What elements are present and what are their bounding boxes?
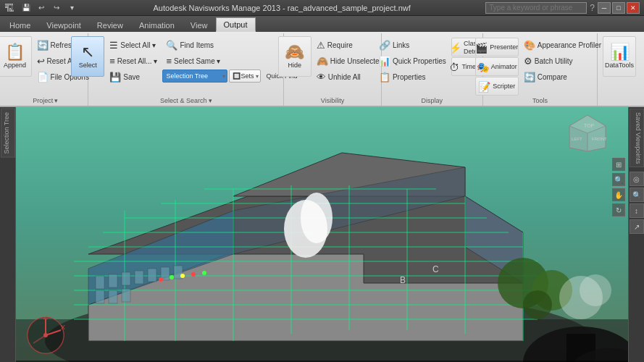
animator-btn[interactable]: 🎭 Animator xyxy=(475,57,519,76)
fly-btn[interactable]: ↗ xyxy=(630,219,644,234)
tools-col-btns: 🎬 Presenter 🎭 Animator 📝 Scripter xyxy=(475,36,519,96)
ribbon-tabs: Home Viewpoint Review Animation View Out… xyxy=(0,16,644,32)
svg-point-47 xyxy=(202,271,206,275)
svg-text:FRONT: FRONT xyxy=(592,137,607,141)
scripter-icon: 📝 xyxy=(478,82,490,92)
svg-rect-36 xyxy=(135,271,143,284)
window-controls: ─ □ ✕ xyxy=(598,2,640,14)
hide-unsel-icon: 🙈 xyxy=(317,56,328,67)
selection-tree-dropdown[interactable]: Selection Tree▾ xyxy=(162,70,227,83)
title-bar-right: ? ─ □ ✕ xyxy=(485,2,640,14)
sets-arrow: ▾ xyxy=(256,73,259,80)
append-label: Append xyxy=(4,62,26,70)
file-options-icon: 📄 xyxy=(37,72,49,83)
undo-quick-btn[interactable]: ↩ xyxy=(35,2,48,14)
selection-tree-tab[interactable]: Selection Tree xyxy=(1,109,15,158)
options-quick-btn[interactable]: ▾ xyxy=(65,2,78,14)
visibility-group-content: 🙈 Hide ⚠Require 🙈Hide Unselected 👁Unhide… xyxy=(278,35,387,96)
datatools-label xyxy=(602,103,637,106)
svg-text:C: C xyxy=(432,264,439,274)
minimize-btn[interactable]: ─ xyxy=(598,2,611,14)
search-input[interactable] xyxy=(485,2,587,14)
select-search-content: ↖ Select ☰Select All ▾ ≡Reset All... ▾ 💾… xyxy=(71,35,301,96)
help-btn[interactable]: ? xyxy=(590,3,595,13)
append-btn[interactable]: 📋 Append xyxy=(0,36,32,77)
quick-props-btn[interactable]: 📊Quick Properties xyxy=(375,54,450,69)
svg-text:B: B xyxy=(400,275,406,285)
scripter-label: Scripter xyxy=(493,83,515,90)
zoom-btn[interactable]: 🔍 xyxy=(612,173,625,186)
project-dropdown-icon[interactable]: ▾ xyxy=(54,97,58,104)
reset-all2-btn[interactable]: ≡Reset All... ▾ xyxy=(106,54,161,69)
close-btn[interactable]: ✕ xyxy=(627,2,640,14)
zoom-all-btn[interactable]: ⊞ xyxy=(612,158,625,171)
animator-label: Animator xyxy=(491,63,517,71)
tab-viewpoint[interactable]: Viewpoint xyxy=(38,17,89,32)
links-btn[interactable]: 🔗Links xyxy=(375,38,450,53)
compare-btn[interactable]: 🔄Compare xyxy=(520,70,605,85)
datatools-btn[interactable]: 📊 DataTools xyxy=(603,36,636,77)
properties-btn[interactable]: 📋Properties xyxy=(375,70,450,85)
look-at-btn[interactable]: ◎ xyxy=(630,172,644,186)
left-panel: Selection Tree xyxy=(0,107,16,362)
save-icon: 💾 xyxy=(109,72,121,83)
require-icon: ⚠ xyxy=(317,40,325,51)
refresh-icon: 🔄 xyxy=(37,40,49,51)
tab-home[interactable]: Home xyxy=(1,17,38,32)
append-icon: 📋 xyxy=(5,44,25,60)
redo-quick-btn[interactable]: ↪ xyxy=(50,2,63,14)
main-area: Selection Tree xyxy=(0,107,644,362)
save-quick-btn[interactable]: 💾 xyxy=(20,2,33,14)
saved-viewpoints-tab[interactable]: Saved Viewpoints xyxy=(630,109,644,167)
visibility-group: 🙈 Hide ⚠Require 🙈Hide Unselected 👁Unhide… xyxy=(284,33,382,106)
hide-label: Hide xyxy=(288,62,302,70)
select-all-btn[interactable]: ☰Select All ▾ xyxy=(106,38,161,53)
viewport-nav-icons: ⊞ 🔍 ✋ ↻ xyxy=(612,158,625,216)
tab-view[interactable]: View xyxy=(183,17,216,32)
svg-point-46 xyxy=(191,272,196,277)
tab-output[interactable]: Output xyxy=(216,17,256,32)
walk-btn[interactable]: ↕ xyxy=(630,203,644,218)
maximize-btn[interactable]: □ xyxy=(612,2,625,14)
svg-point-60 xyxy=(43,333,48,337)
presenter-btn[interactable]: 🎬 Presenter xyxy=(475,38,519,56)
nav-icons: ◎ 🔍 ↕ ↗ xyxy=(630,172,644,234)
svg-point-32 xyxy=(301,193,333,243)
select-all-icon: ☰ xyxy=(109,40,118,51)
display-group-content: 🔗Links 📊Quick Properties 📋Properties ⚡ C… xyxy=(375,35,489,96)
save-btn[interactable]: 💾Save xyxy=(106,70,161,85)
app-icon: 🏗 xyxy=(4,2,14,14)
tab-animation[interactable]: Animation xyxy=(131,17,183,32)
hide-btn[interactable]: 🙈 Hide xyxy=(278,36,311,77)
navigation-cube[interactable]: TOP LEFT FRONT xyxy=(566,111,609,155)
svg-rect-40 xyxy=(96,290,104,303)
orbit-btn[interactable]: ↻ xyxy=(612,203,625,216)
main-viewport[interactable]: B C X Z AI(13:11:22) Parapet (30) X: - xyxy=(16,107,628,362)
datatools-content: 📊 DataTools xyxy=(603,35,636,103)
select-btn[interactable]: ↖ Select xyxy=(71,36,104,77)
display-col1: 🔗Links 📊Quick Properties 📋Properties xyxy=(375,36,450,85)
svg-point-30 xyxy=(580,274,611,306)
scripter-btn[interactable]: 📝 Scripter xyxy=(475,77,519,96)
project-label: Project ▾ xyxy=(7,96,83,106)
svg-rect-37 xyxy=(148,269,156,282)
batch-utility-btn[interactable]: ⚙Batch Utility xyxy=(520,54,605,69)
sets-dropdown[interactable]: 🔲Sets▾ xyxy=(229,70,261,83)
tab-review[interactable]: Review xyxy=(89,17,131,32)
properties-icon: 📋 xyxy=(379,72,390,83)
datatools-label: DataTools xyxy=(605,62,634,70)
clash-icon: ⚡ xyxy=(449,43,461,53)
appearance-profiler-btn[interactable]: 🎨Appearance Profiler xyxy=(520,38,605,53)
select-search-arrow[interactable]: ▾ xyxy=(209,97,212,104)
svg-point-28 xyxy=(523,290,552,319)
batch-icon: ⚙ xyxy=(524,56,532,67)
svg-rect-34 xyxy=(109,274,117,287)
title-bar: 🏗 💾 ↩ ↪ ▾ Autodesk Navisworks Manage 201… xyxy=(0,0,644,16)
svg-rect-33 xyxy=(96,276,104,289)
pan-btn[interactable]: ✋ xyxy=(612,188,625,201)
compass: X Z xyxy=(26,316,65,355)
svg-text:Z: Z xyxy=(43,316,48,321)
zoom-selected-btn[interactable]: 🔍 xyxy=(630,188,644,202)
svg-text:TOP: TOP xyxy=(584,123,595,128)
svg-text:LEFT: LEFT xyxy=(572,137,582,141)
